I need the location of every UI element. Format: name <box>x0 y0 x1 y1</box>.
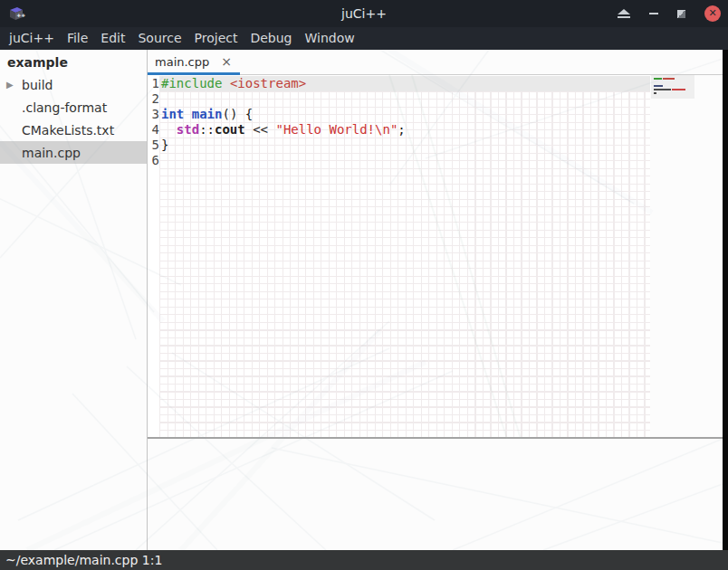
tree-item-build[interactable]: ▶build <box>0 73 147 96</box>
status-cursor-location: ~/example/main.cpp 1:1 <box>5 553 162 567</box>
tree-item-label: .clang-format <box>22 100 107 115</box>
minimap-line <box>654 78 685 80</box>
menu-edit[interactable]: Edit <box>101 27 125 50</box>
minimap-segment <box>654 92 656 94</box>
maximize-icon <box>677 10 685 18</box>
file-tree: example ▶build.clang-formatCMakeLists.tx… <box>0 50 148 550</box>
minimap-line <box>654 92 685 94</box>
maximize-button[interactable] <box>677 10 685 18</box>
main-pane: main.cpp × 123456 #include <iostream>int… <box>148 50 723 550</box>
menu-juci[interactable]: juCi++ <box>9 27 54 50</box>
minimap-segment <box>654 78 662 80</box>
minimap-line <box>654 89 685 90</box>
token-function: main <box>192 107 223 121</box>
tree-item-label: build <box>22 78 53 92</box>
minimap[interactable] <box>650 75 723 437</box>
line-number: 1 <box>148 76 159 91</box>
line-number: 4 <box>148 122 159 138</box>
minimap-segment <box>654 85 663 87</box>
tabbar: main.cpp × <box>148 50 723 75</box>
minimap-segment <box>672 89 685 90</box>
token-bold: cout <box>215 122 245 137</box>
token-preprocessor: #include <box>161 76 222 90</box>
token-plain <box>222 76 229 90</box>
menu-file[interactable]: File <box>67 27 88 50</box>
tree-item-label: CMakeLists.txt <box>22 123 114 138</box>
code-line-2 <box>159 91 650 107</box>
tab-main-cpp[interactable]: main.cpp × <box>148 50 240 74</box>
token-string: "Hello World!\n" <box>275 122 398 137</box>
eject-icon <box>618 9 630 19</box>
minimap-line <box>654 96 685 98</box>
minimize-button[interactable] <box>649 13 658 14</box>
token-namespace: std <box>177 122 199 137</box>
terminal-pane[interactable] <box>148 439 723 550</box>
menu-source[interactable]: Source <box>138 27 181 50</box>
minimap-line <box>654 85 685 87</box>
token-keyword: int <box>161 107 184 121</box>
menu-debug[interactable]: Debug <box>250 27 292 50</box>
line-number-gutter: 123456 <box>148 76 159 168</box>
shade-button[interactable] <box>618 9 630 19</box>
scrollbar[interactable] <box>723 50 728 550</box>
window-controls: ✕ <box>618 0 721 27</box>
menu-project[interactable]: Project <box>195 27 238 50</box>
tree-item-clang-format[interactable]: .clang-format <box>0 96 147 119</box>
token-plain: } <box>161 138 168 152</box>
code-line-3: int main() { <box>159 107 650 122</box>
code-editor[interactable]: 123456 #include <iostream>int main() { s… <box>148 75 650 437</box>
statusbar: ~/example/main.cpp 1:1 <box>0 550 728 570</box>
content-area: example ▶build.clang-formatCMakeLists.tx… <box>0 50 728 550</box>
tree-root-example[interactable]: example <box>0 50 147 73</box>
expander-icon[interactable]: ▶ <box>6 80 14 90</box>
token-plain <box>184 107 191 121</box>
minimap-segment <box>663 78 675 80</box>
line-number: 3 <box>148 107 159 122</box>
code-area[interactable]: #include <iostream>int main() { std::cou… <box>159 76 650 437</box>
tab-close-icon[interactable]: × <box>221 50 232 74</box>
line-number: 6 <box>148 153 159 168</box>
tree-item-label: main.cpp <box>22 146 81 160</box>
token-plain: ; <box>398 122 405 137</box>
tab-label: main.cpp <box>155 55 209 69</box>
minimap-line <box>654 81 685 83</box>
code-line-5: } <box>159 138 650 153</box>
titlebar[interactable]: ++ juCi++ ✕ <box>0 0 728 27</box>
code-line-4: std::cout << "Hello World!\n"; <box>159 122 650 138</box>
juci-window: ++ juCi++ ✕ juCi++FileEditSourceProjectD… <box>0 0 728 570</box>
menu-window[interactable]: Window <box>305 27 355 50</box>
close-button[interactable]: ✕ <box>704 5 721 22</box>
menubar: juCi++FileEditSourceProjectDebugWindow <box>0 27 728 50</box>
token-plain <box>161 122 177 137</box>
token-plain: :: <box>199 122 215 137</box>
tree-item-cmakelists-txt[interactable]: CMakeLists.txt <box>0 119 147 141</box>
minimap-segment <box>654 89 671 90</box>
minimap-code <box>654 78 685 100</box>
line-number: 2 <box>148 91 159 107</box>
token-include: <iostream> <box>230 76 306 90</box>
token-plain: () { <box>222 107 253 121</box>
line-number: 5 <box>148 138 159 153</box>
minimize-icon <box>649 13 658 14</box>
code-line-1: #include <iostream> <box>159 76 650 91</box>
token-plain: << <box>245 122 276 137</box>
tree-item-main-cpp[interactable]: main.cpp <box>0 141 147 164</box>
code-line-6 <box>159 153 650 168</box>
